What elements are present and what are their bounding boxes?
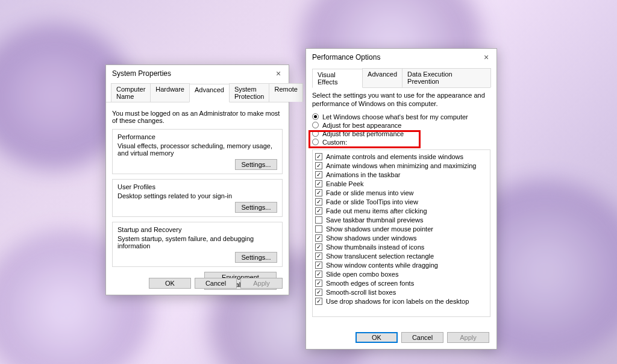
perf-radio-group: Let Windows choose what's best for my co… xyxy=(312,113,490,146)
radio-label: Adjust for best appearance xyxy=(322,122,401,129)
check-label: Animate windows when minimizing and maxi… xyxy=(326,162,476,171)
checkbox-icon[interactable] xyxy=(315,207,322,215)
check-label: Show window contents while dragging xyxy=(326,261,438,270)
close-icon[interactable]: × xyxy=(272,65,285,82)
check-label: Fade or slide menus into view xyxy=(326,189,414,198)
check-label: Fade or slide ToolTips into view xyxy=(326,198,418,207)
tab-computer-name[interactable]: Computer Name xyxy=(111,83,151,102)
checkbox-icon[interactable] xyxy=(315,262,322,269)
group-performance-desc: Visual effects, processor scheduling, me… xyxy=(117,142,277,157)
group-user-profiles: User Profiles Desktop settings related t… xyxy=(112,179,283,217)
user-profiles-settings-button[interactable]: Settings... xyxy=(235,202,277,213)
check-row[interactable]: Save taskbar thumbnail previews xyxy=(315,216,487,225)
radio-label: Adjust for best performance xyxy=(322,130,404,137)
close-icon[interactable]: × xyxy=(480,49,493,66)
check-row[interactable]: Show translucent selection rectangle xyxy=(315,252,487,261)
tab-advanced[interactable]: Advanced xyxy=(189,84,230,102)
checkbox-icon[interactable] xyxy=(315,280,322,287)
check-row[interactable]: Slide open combo boxes xyxy=(315,270,487,279)
tab-system-protection[interactable]: System Protection xyxy=(229,83,270,102)
perfopt-ok-button[interactable]: OK xyxy=(355,332,398,343)
checkbox-icon[interactable] xyxy=(315,216,322,224)
check-label: Fade out menu items after clicking xyxy=(326,207,427,216)
check-row[interactable]: Show shadows under mouse pointer xyxy=(315,225,487,234)
performance-options-actions: OK Cancel Apply xyxy=(355,332,489,343)
check-row[interactable]: Animate controls and elements inside win… xyxy=(315,152,487,162)
checkbox-icon[interactable] xyxy=(315,162,322,169)
check-label: Save taskbar thumbnail previews xyxy=(326,216,423,225)
radio-icon xyxy=(312,139,319,145)
checkbox-icon[interactable] xyxy=(315,271,322,278)
check-label: Animations in the taskbar xyxy=(326,171,401,180)
radio-label: Let Windows choose what's best for my co… xyxy=(322,113,468,121)
radio-best-performance[interactable]: Adjust for best performance xyxy=(312,130,490,137)
checkbox-icon[interactable] xyxy=(315,243,322,251)
group-user-profiles-desc: Desktop settings related to your sign-in xyxy=(117,192,277,199)
check-row[interactable]: Show shadows under windows xyxy=(315,234,487,243)
check-row[interactable]: Animate windows when minimizing and maxi… xyxy=(315,162,487,171)
check-row[interactable]: Fade or slide ToolTips into view xyxy=(315,198,487,207)
checkbox-icon[interactable] xyxy=(315,153,322,160)
performance-options-title: Performance Options xyxy=(312,53,380,61)
performance-options-titlebar[interactable]: Performance Options × xyxy=(306,49,496,66)
check-label: Smooth edges of screen fonts xyxy=(326,279,414,288)
perfopt-apply-button[interactable]: Apply xyxy=(447,332,489,343)
radio-custom[interactable]: Custom: xyxy=(312,139,490,146)
group-performance: Performance Visual effects, processor sc… xyxy=(112,129,283,174)
system-properties-actions: OK Cancel Apply xyxy=(149,278,283,289)
performance-options-tabs: Visual Effects Advanced Data Execution P… xyxy=(312,68,490,88)
radio-icon xyxy=(312,122,319,128)
checkbox-icon[interactable] xyxy=(315,180,322,187)
check-row[interactable]: Enable Peek xyxy=(315,180,487,189)
checkbox-icon[interactable] xyxy=(315,298,322,305)
checkbox-icon[interactable] xyxy=(315,289,322,296)
check-row[interactable]: Fade out menu items after clicking xyxy=(315,207,487,216)
checkbox-icon[interactable] xyxy=(315,189,322,196)
check-label: Animate controls and elements inside win… xyxy=(326,152,463,162)
radio-best-appearance[interactable]: Adjust for best appearance xyxy=(312,122,490,129)
group-startup-recovery: Startup and Recovery System startup, sys… xyxy=(112,222,283,267)
check-row[interactable]: Use drop shadows for icon labels on the … xyxy=(315,297,487,306)
tab-advanced-perf[interactable]: Advanced xyxy=(362,68,402,87)
performance-options-dialog: Performance Options × Visual Effects Adv… xyxy=(305,48,497,350)
check-row[interactable]: Show thumbnails instead of icons xyxy=(315,243,487,252)
check-label: Smooth-scroll list boxes xyxy=(326,288,396,297)
radio-icon xyxy=(312,130,319,137)
visual-effects-checklist[interactable]: Animate controls and elements inside win… xyxy=(312,149,490,317)
system-properties-titlebar[interactable]: System Properties × xyxy=(106,65,289,82)
tab-remote[interactable]: Remote xyxy=(269,83,303,102)
radio-icon xyxy=(312,113,319,120)
check-label: Show translucent selection rectangle xyxy=(326,252,434,261)
check-row[interactable]: Smooth edges of screen fonts xyxy=(315,279,487,288)
checkbox-icon[interactable] xyxy=(315,253,322,260)
checkbox-icon[interactable] xyxy=(315,234,322,242)
checkbox-icon[interactable] xyxy=(315,225,322,233)
check-label: Use drop shadows for icon labels on the … xyxy=(326,297,469,306)
check-row[interactable]: Animations in the taskbar xyxy=(315,171,487,180)
sysprop-apply-button[interactable]: Apply xyxy=(240,278,283,289)
check-row[interactable]: Fade or slide menus into view xyxy=(315,189,487,198)
check-row[interactable]: Smooth-scroll list boxes xyxy=(315,288,487,297)
checkbox-icon[interactable] xyxy=(315,171,322,178)
perfopt-cancel-button[interactable]: Cancel xyxy=(401,332,443,343)
tab-visual-effects[interactable]: Visual Effects xyxy=(312,69,363,88)
check-label: Show thumbnails instead of icons xyxy=(326,243,424,252)
system-properties-dialog: System Properties × Computer Name Hardwa… xyxy=(105,64,289,295)
check-row[interactable]: Show window contents while dragging xyxy=(315,261,487,270)
radio-let-windows-choose[interactable]: Let Windows choose what's best for my co… xyxy=(312,113,490,121)
group-user-profiles-legend: User Profiles xyxy=(117,183,277,190)
sysprop-cancel-button[interactable]: Cancel xyxy=(195,278,237,289)
check-label: Enable Peek xyxy=(326,180,363,189)
tab-dep[interactable]: Data Execution Prevention xyxy=(402,68,491,87)
system-properties-tabs: Computer Name Hardware Advanced System P… xyxy=(106,82,289,102)
admin-note: You must be logged on as an Administrato… xyxy=(112,110,283,124)
sysprop-ok-button[interactable]: OK xyxy=(149,278,191,289)
group-startup-recovery-legend: Startup and Recovery xyxy=(117,226,277,233)
checkbox-icon[interactable] xyxy=(315,198,322,206)
group-startup-recovery-desc: System startup, system failure, and debu… xyxy=(117,235,277,249)
performance-settings-button[interactable]: Settings... xyxy=(235,159,277,170)
tab-hardware[interactable]: Hardware xyxy=(150,83,190,102)
check-label: Slide open combo boxes xyxy=(326,270,398,279)
startup-recovery-settings-button[interactable]: Settings... xyxy=(235,252,277,263)
perf-desc: Select the settings you want to use for … xyxy=(312,92,490,108)
